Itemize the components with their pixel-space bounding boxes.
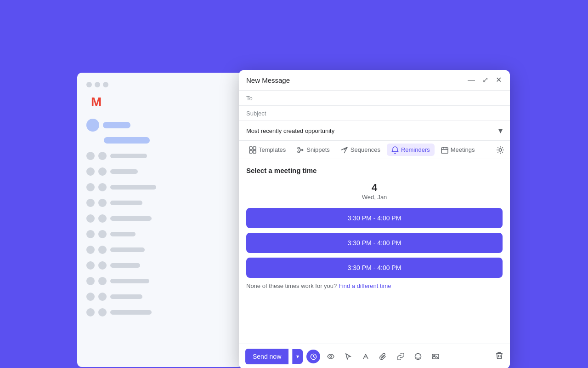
gmail-logo: M: [91, 95, 233, 109]
svg-line-23: [366, 354, 368, 359]
tab-reminders[interactable]: Reminders: [387, 144, 435, 156]
tab-snippets[interactable]: Snippets: [292, 144, 334, 156]
svg-point-17: [499, 149, 502, 152]
svg-line-20: [313, 356, 315, 357]
window-dots: [86, 82, 233, 87]
font-icon[interactable]: [359, 350, 373, 363]
opportunity-dropdown[interactable]: Most recently created opportunity ▾: [239, 121, 510, 141]
svg-rect-13: [441, 148, 448, 153]
paperclip-icon[interactable]: [376, 350, 390, 363]
header-icons: — ⤢ ✕: [467, 75, 503, 85]
find-different-time-link[interactable]: Find a different time: [339, 282, 391, 289]
dropdown-text: Most recently created opportunity: [246, 127, 334, 134]
time-slot-3[interactable]: 3:30 PM - 4:00 PM: [246, 258, 503, 278]
scissors-icon: [297, 146, 304, 154]
svg-line-22: [363, 354, 366, 359]
bell-icon: [391, 146, 399, 154]
calendar-icon: [441, 146, 448, 154]
meeting-panel-title: Select a meeting time: [246, 167, 503, 174]
meeting-date-label: Wed, Jan: [246, 194, 503, 201]
svg-rect-0: [249, 147, 252, 150]
compose-title: New Message: [246, 76, 290, 84]
tab-reminders-label: Reminders: [401, 146, 430, 153]
trash-icon[interactable]: [495, 351, 503, 362]
time-slot-2[interactable]: 3:30 PM - 4:00 PM: [246, 233, 503, 253]
tab-sequences-label: Sequences: [351, 146, 380, 153]
tab-sequences[interactable]: Sequences: [336, 144, 385, 156]
tab-meetings-label: Meetings: [451, 146, 475, 153]
cursor-icon[interactable]: [341, 350, 355, 363]
eye-icon[interactable]: [324, 350, 338, 363]
gmail-background: M: [77, 73, 243, 367]
image-icon[interactable]: [429, 350, 442, 363]
tab-meetings[interactable]: Meetings: [436, 144, 480, 156]
svg-point-21: [330, 356, 332, 357]
svg-rect-2: [249, 150, 252, 153]
to-label: To: [246, 95, 274, 102]
send-now-button[interactable]: Send now: [245, 349, 288, 364]
compose-bottom-toolbar: Send now ▾: [239, 344, 510, 368]
to-input[interactable]: [274, 94, 503, 102]
tab-templates[interactable]: Templates: [244, 144, 290, 156]
meeting-panel: Select a meeting time 4 Wed, Jan 3:30 PM…: [239, 159, 510, 344]
meeting-alt-text: None of these times work for you? Find a…: [246, 282, 503, 289]
chevron-down-icon: ▾: [498, 126, 503, 136]
meeting-date-number: 4: [246, 182, 503, 194]
subject-label: Subject: [246, 110, 274, 117]
link-icon[interactable]: [394, 350, 407, 363]
send-dropdown-button[interactable]: ▾: [292, 349, 303, 364]
subject-input[interactable]: [274, 109, 503, 117]
svg-point-5: [298, 151, 300, 153]
send-icon: [341, 146, 348, 154]
tab-templates-label: Templates: [259, 146, 286, 153]
minimize-button[interactable]: —: [467, 75, 476, 85]
emoji-icon[interactable]: [411, 350, 425, 363]
svg-rect-3: [253, 150, 256, 153]
compose-window: New Message — ⤢ ✕ To Subject Most recent…: [239, 70, 510, 368]
expand-button[interactable]: ⤢: [481, 75, 489, 85]
to-field: To: [239, 91, 510, 106]
tab-snippets-label: Snippets: [306, 146, 330, 153]
settings-icon[interactable]: [496, 145, 504, 155]
svg-rect-1: [253, 147, 256, 150]
subject-field: Subject: [239, 106, 510, 121]
time-slot-1[interactable]: 3:30 PM - 4:00 PM: [246, 208, 503, 228]
gmail-rows: [86, 152, 233, 316]
meeting-date: 4 Wed, Jan: [246, 182, 503, 201]
clock-icon[interactable]: [306, 350, 320, 363]
template-icon: [249, 146, 256, 154]
compose-toolbar: Templates Snippets: [239, 141, 510, 159]
svg-point-4: [298, 147, 300, 149]
compose-header: New Message — ⤢ ✕: [239, 70, 510, 91]
close-button[interactable]: ✕: [495, 75, 503, 85]
